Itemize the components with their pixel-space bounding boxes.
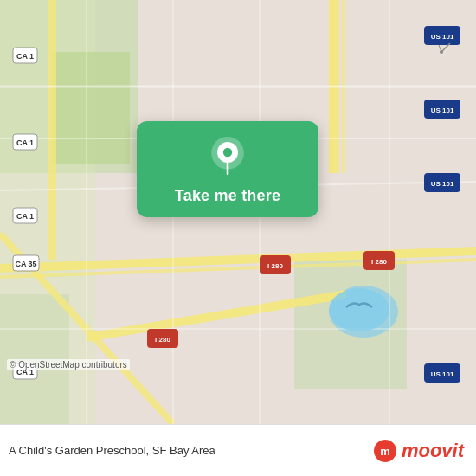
svg-point-52 — [223, 148, 232, 157]
svg-rect-9 — [48, 0, 56, 260]
moovit-logo-icon: m — [373, 439, 397, 463]
svg-point-46 — [329, 288, 389, 331]
svg-text:m: m — [380, 445, 390, 458]
svg-text:CA 35: CA 35 — [15, 260, 36, 268]
take-me-there-button[interactable]: Take me there — [137, 121, 318, 217]
svg-text:US 101: US 101 — [431, 180, 454, 188]
map-container: CA 1 CA 1 CA 1 CA 1 CA 35 US 101 US 101 … — [0, 0, 476, 424]
svg-text:US 101: US 101 — [431, 106, 454, 114]
bottom-bar: A Child's Garden Preschool, SF Bay Area … — [0, 424, 476, 476]
svg-text:I 280: I 280 — [371, 258, 387, 266]
location-pin-icon — [207, 137, 248, 178]
svg-text:CA 1: CA 1 — [16, 138, 34, 147]
take-me-there-label: Take me there — [175, 187, 280, 205]
moovit-text: moovit — [402, 440, 464, 462]
moovit-logo: m moovit — [373, 439, 464, 463]
svg-point-49 — [440, 50, 443, 54]
map-attribution: © OpenStreetMap contributors — [7, 359, 130, 370]
app-title: A Child's Garden Preschool, SF Bay Area — [9, 444, 215, 457]
svg-text:US 101: US 101 — [431, 33, 454, 41]
svg-text:CA 1: CA 1 — [16, 212, 34, 221]
svg-text:I 280: I 280 — [267, 262, 283, 270]
svg-text:I 280: I 280 — [155, 336, 170, 344]
svg-text:US 101: US 101 — [431, 370, 454, 378]
svg-text:CA 1: CA 1 — [16, 52, 34, 61]
svg-rect-3 — [52, 52, 130, 164]
